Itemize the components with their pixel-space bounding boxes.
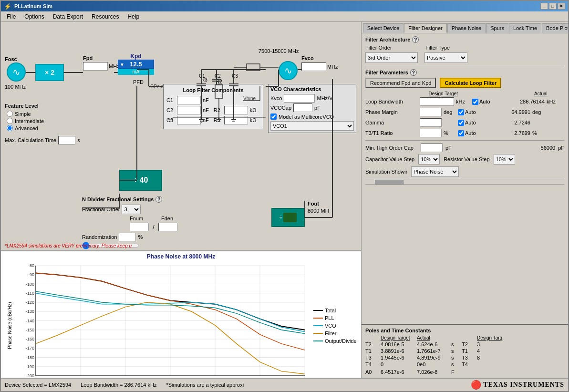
- menu-data-export[interactable]: Data Export: [49, 12, 87, 21]
- fvco-input[interactable]: 8000: [301, 62, 326, 71]
- t3t1-label: T3/T1 Ratio: [365, 130, 418, 136]
- legend-pll-label: PLL: [325, 315, 334, 321]
- t1-label: T1: [365, 348, 379, 354]
- ti-logo: 🔴 TEXAS INSTRUMENTS: [471, 380, 564, 390]
- t1-right-val: 4: [477, 348, 506, 354]
- svg-rect-35: [247, 64, 260, 71]
- t3t1-auto-label: Auto: [465, 130, 476, 136]
- fden-label: Fden: [161, 216, 178, 221]
- ndiv-help-btn[interactable]: ?: [155, 196, 162, 203]
- scrollbar-thumb[interactable]: [375, 180, 403, 185]
- min-high-cap-input[interactable]: 1500: [421, 144, 443, 152]
- t3t1-auto-check[interactable]: [458, 130, 464, 136]
- lf-r2-input[interactable]: 0.068: [224, 106, 248, 114]
- gamma-input[interactable]: 0.7: [420, 118, 442, 127]
- poles-design-target: Design Target: [381, 335, 415, 340]
- div1-symbol: ÷: [279, 214, 283, 221]
- div40-box: ÷ 40: [119, 170, 162, 191]
- loop-bw-input[interactable]: 334.6568: [420, 97, 454, 106]
- tab-bode-plot[interactable]: Bode Plot: [542, 23, 568, 33]
- vcocap-label: VCOCap: [270, 105, 291, 111]
- phase-margin-input[interactable]: 48: [420, 108, 442, 116]
- tab-lock-time[interactable]: Lock Time: [509, 23, 541, 33]
- div1-box: ÷ 1: [271, 208, 305, 227]
- multicore-checkbox[interactable]: [270, 113, 277, 120]
- loop-bw-auto-check[interactable]: [472, 99, 478, 105]
- t4-right-label: T4: [462, 361, 475, 367]
- vco-select[interactable]: VCO1: [270, 121, 354, 131]
- lf-r3-input[interactable]: 0.018: [224, 116, 248, 124]
- radio-intermediate-input[interactable]: [7, 118, 13, 124]
- t4-unit: s: [451, 361, 460, 367]
- ndiv-title-text: N Divider Fractional Settings: [82, 196, 154, 202]
- fden-input[interactable]: 200: [158, 223, 177, 231]
- random-input[interactable]: 0: [119, 233, 136, 241]
- filter-order-select[interactable]: 3rd Order1st Order2nd Order4th Order: [365, 52, 418, 63]
- loop-bw-auto-row: Auto: [472, 99, 496, 105]
- vcocap-unit: pF: [314, 105, 321, 111]
- lf-c3-input[interactable]: 1.8: [177, 116, 201, 124]
- kvco-input[interactable]: 91.284: [284, 94, 315, 103]
- filter-type-select[interactable]: PassiveActive: [424, 52, 467, 63]
- close-button[interactable]: ✕: [558, 3, 565, 10]
- fnum-input[interactable]: 0: [130, 223, 149, 231]
- tab-filter-designer[interactable]: Filter Designer: [404, 23, 447, 33]
- warning-text: *LMX2594 simulations are VERY preliminar…: [5, 243, 132, 248]
- chart-legend: Total PLL VCO Filter: [310, 261, 357, 378]
- filter-arch-help[interactable]: ?: [412, 36, 419, 43]
- a0-label: A0: [365, 369, 379, 375]
- filter-params-help[interactable]: ?: [410, 69, 417, 76]
- lf-c2-input[interactable]: 68: [177, 106, 201, 114]
- lf-c1-input[interactable]: 0.39: [177, 96, 201, 104]
- radio-simple-input[interactable]: [7, 111, 13, 117]
- res-step-select[interactable]: 10%5%1%: [494, 154, 515, 165]
- filter-designer-panel: Filter Architecture ? Filter Order Filte…: [362, 33, 568, 324]
- tab-spurs[interactable]: Spurs: [486, 23, 508, 33]
- fpd-input[interactable]: 200: [83, 62, 108, 71]
- kpd-dropdown-arrow[interactable]: ▼: [120, 62, 124, 67]
- menu-options[interactable]: Options: [21, 12, 48, 21]
- max-calc-input[interactable]: 20: [58, 136, 75, 144]
- minimize-button[interactable]: _: [540, 3, 548, 10]
- phase-margin-actual: 64.9991: [492, 109, 530, 115]
- ndiv-section: N Divider Fractional Settings ? Fraction…: [82, 196, 178, 249]
- legend-filter-label: Filter: [325, 330, 336, 336]
- radio-intermediate-label: Intermediate: [15, 118, 44, 124]
- menu-resources[interactable]: Resources: [88, 12, 123, 21]
- tab-select-device[interactable]: Select Device: [363, 23, 403, 33]
- vcocap-input[interactable]: 70: [293, 103, 312, 112]
- cap-step-select[interactable]: 10%5%1%: [418, 154, 440, 165]
- legend-total-line: [313, 310, 323, 311]
- kpd-block: Kpd ▼ 12.5 mA: [118, 53, 154, 75]
- fnum-fden-row: Fnum Fden: [130, 216, 178, 221]
- menu-help[interactable]: Help: [124, 12, 143, 21]
- gamma-label: Gamma: [365, 120, 418, 125]
- menu-file[interactable]: File: [3, 12, 20, 21]
- min-high-cap-label: Min. High Order Cap: [365, 145, 418, 151]
- t3t1-row: T3/T1 Ratio 50 % Auto 2.7699 %: [365, 129, 564, 137]
- phase-margin-auto-check[interactable]: [458, 109, 464, 115]
- t3t1-input[interactable]: 50: [420, 129, 442, 137]
- fvco-row: 8000 MHz: [301, 62, 338, 71]
- filter-architecture-title: Filter Architecture ?: [365, 36, 564, 43]
- main-content: ∿ Fosc 100 MHz × 2 Fpd 200: [1, 22, 568, 378]
- t2-unit: s: [451, 341, 460, 347]
- fvco-unit: MHz: [327, 64, 338, 70]
- kvco-unit: MHz/V: [317, 95, 332, 101]
- t1-row: T1 3.8891e-6 1.7661e-7 s T1 4: [365, 348, 564, 354]
- loop-bw-label: Loop Bandwidth: [365, 99, 418, 104]
- tab-phase-noise[interactable]: Phase Noise: [447, 23, 486, 33]
- sim-shown-select[interactable]: Phase NoiseSpursLock Time: [411, 166, 459, 177]
- frac-order-select[interactable]: 345: [122, 205, 141, 214]
- recommend-btn[interactable]: Recommend Fpd and Kpd: [365, 78, 436, 88]
- window-title: PLLatinum Sim: [14, 3, 52, 9]
- radio-advanced-input[interactable]: [7, 125, 13, 131]
- gamma-auto-check[interactable]: [458, 120, 464, 126]
- poles-title: Poles and Time Constants: [365, 328, 564, 333]
- chart-title: Phase Noise at 8000 MHz: [5, 253, 357, 260]
- calculate-btn[interactable]: Calculate Loop Filter: [440, 78, 501, 88]
- phase-margin-actual-unit: deg: [532, 109, 549, 115]
- div1-input[interactable]: 1: [283, 213, 297, 222]
- maximize-button[interactable]: □: [549, 3, 557, 10]
- radio-simple-label: Simple: [15, 111, 31, 117]
